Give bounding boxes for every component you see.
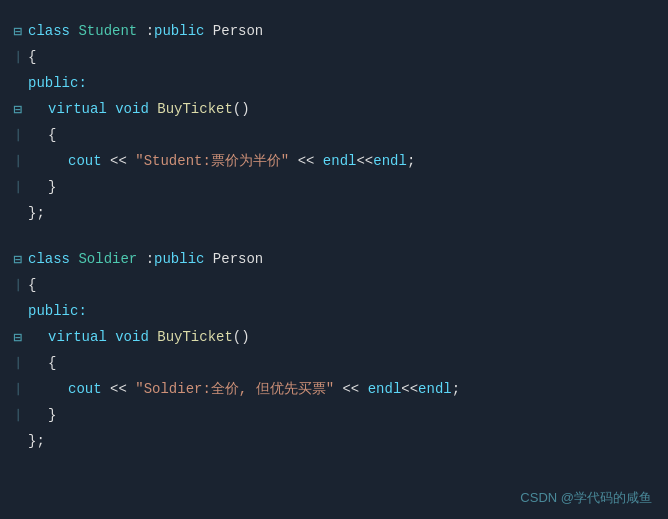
access-specifier-public-2: public: <box>28 303 87 319</box>
line-7: │ } <box>0 174 668 200</box>
class-name-soldier: Soldier <box>78 251 145 267</box>
bar-icon-3: │ <box>15 155 22 167</box>
function-name-buyticket-2: BuyTicket <box>157 329 233 345</box>
line-13: │ { <box>0 350 668 376</box>
line-4: ⊟ virtual void BuyTicket() <box>0 96 668 122</box>
bar-icon-5: │ <box>15 279 22 291</box>
line-14: │ cout << "Soldier:全价, 但优先买票" << endl<<e… <box>0 376 668 402</box>
collapse-icon-4[interactable]: ⊟ <box>14 329 22 346</box>
keyword-void-2: void <box>115 329 157 345</box>
string-student-ticket: "Student:票价为半价" <box>135 152 289 170</box>
bar-icon-6: │ <box>15 357 22 369</box>
keyword-cout-2: cout <box>68 381 110 397</box>
function-name-buyticket: BuyTicket <box>157 101 233 117</box>
keyword-endl-1: endl <box>323 153 357 169</box>
soldier-class-block: ⊟ class Soldier :public Person │ { publi… <box>0 246 668 454</box>
line-2: │ { <box>0 44 668 70</box>
collapse-icon-2[interactable]: ⊟ <box>14 101 22 118</box>
keyword-public: public <box>154 23 213 39</box>
gutter-1: ⊟ <box>8 23 28 40</box>
base-class-person: Person <box>213 23 263 39</box>
gutter-14: │ <box>8 383 28 395</box>
bar-icon-4: │ <box>15 181 22 193</box>
collapse-icon-3[interactable]: ⊟ <box>14 251 22 268</box>
keyword-endl-4: endl <box>418 381 452 397</box>
line-10: │ { <box>0 272 668 298</box>
bar-icon-2: │ <box>15 129 22 141</box>
keyword-public-2: public <box>154 251 213 267</box>
line-8: }; <box>0 200 668 226</box>
bar-icon-7: │ <box>15 383 22 395</box>
separator <box>0 226 668 246</box>
keyword-virtual: virtual <box>48 101 115 117</box>
keyword-endl-2: endl <box>373 153 407 169</box>
line-5: │ { <box>0 122 668 148</box>
line-1: ⊟ class Student :public Person <box>0 18 668 44</box>
keyword-endl-3: endl <box>368 381 402 397</box>
gutter-15: │ <box>8 409 28 421</box>
student-class-block: ⊟ class Student :public Person │ { publi… <box>0 18 668 226</box>
gutter-6: │ <box>8 155 28 167</box>
line-6: │ cout << "Student:票价为半价" << endl<<endl; <box>0 148 668 174</box>
string-soldier-ticket: "Soldier:全价, 但优先买票" <box>135 380 334 398</box>
keyword-class-2: class <box>28 251 78 267</box>
base-class-person-2: Person <box>213 251 263 267</box>
line-12: ⊟ virtual void BuyTicket() <box>0 324 668 350</box>
line-16: }; <box>0 428 668 454</box>
keyword-virtual-2: virtual <box>48 329 115 345</box>
line-9: ⊟ class Soldier :public Person <box>0 246 668 272</box>
access-specifier-public: public: <box>28 75 87 91</box>
collapse-icon[interactable]: ⊟ <box>14 23 22 40</box>
line-11: public: <box>0 298 668 324</box>
gutter-2: │ <box>8 51 28 63</box>
line-3: public: <box>0 70 668 96</box>
gutter-5: │ <box>8 129 28 141</box>
gutter-13: │ <box>8 357 28 369</box>
bar-icon: │ <box>15 51 22 63</box>
code-editor: ⊟ class Student :public Person │ { publi… <box>0 0 668 519</box>
gutter-7: │ <box>8 181 28 193</box>
bar-icon-8: │ <box>15 409 22 421</box>
line-15: │ } <box>0 402 668 428</box>
keyword-void: void <box>115 101 157 117</box>
gutter-10: │ <box>8 279 28 291</box>
keyword-cout: cout <box>68 153 110 169</box>
gutter-12: ⊟ <box>8 329 28 346</box>
keyword-class: class <box>28 23 78 39</box>
gutter-9: ⊟ <box>8 251 28 268</box>
watermark: CSDN @学代码的咸鱼 <box>520 489 652 507</box>
gutter-4: ⊟ <box>8 101 28 118</box>
class-name-student: Student <box>78 23 145 39</box>
